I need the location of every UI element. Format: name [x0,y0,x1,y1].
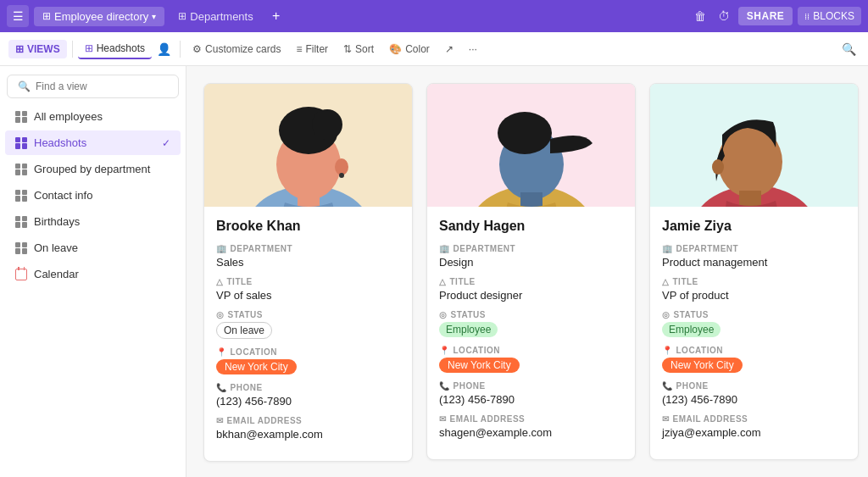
location-icon-3: 📍 [662,346,673,355]
color-button[interactable]: 🎨 Color [382,40,437,58]
field-label-location-sandy: 📍 LOCATION [439,346,623,355]
grid-icon-birthdays [15,216,27,228]
card-body-jamie: Jamie Ziya 🏢 DEPARTMENT Product manageme… [650,207,858,459]
toolbar-divider-1 [72,41,73,58]
field-status-jamie: ◎ STATUS Employee [662,310,846,337]
svg-point-16 [712,159,724,175]
location-label-text: LOCATION [231,347,277,357]
sidebar-item-all-employees[interactable]: All employees [5,104,181,129]
blocks-icon: ⁞⁞ [804,12,810,21]
building-icon: 🏢 [216,244,227,253]
tab-departments[interactable]: ⊞ Departments [170,7,261,26]
sidebar-item-headshots[interactable]: Headshots ✓ [5,130,181,155]
phone-icon-3: 📞 [662,381,673,391]
sidebar-item-contact[interactable]: Contact info [5,183,181,208]
history-button[interactable]: ⏱ [715,8,733,25]
headshots-label: Headshots [97,42,145,54]
field-label-email-sandy: ✉ EMAIL ADDRESS [439,414,623,424]
calendar-icon [15,269,27,280]
customize-icon: ⚙ [192,43,202,55]
card-body-brooke: Brooke Khan 🏢 DEPARTMENT Sales △ TITLE V… [204,207,412,461]
status-icon-2: ◎ [439,310,448,319]
card-name-jamie: Jamie Ziya [662,219,846,234]
email-value-jamie: jziya@example.com [662,426,846,439]
title-icon-3: △ [662,277,670,286]
search-icon: 🔍 [842,42,856,56]
sort-label: Sort [355,43,374,55]
svg-rect-12 [520,192,542,207]
sidebar-search-container[interactable]: 🔍 [7,75,179,98]
headshot-jamie [650,84,858,207]
email-value-sandy: shagen@example.com [439,426,623,439]
search-button[interactable]: 🔍 [838,39,860,59]
svg-point-6 [339,173,344,178]
field-email-sandy: ✉ EMAIL ADDRESS shagen@example.com [439,414,623,439]
field-dept-jamie: 🏢 DEPARTMENT Product management [662,244,846,269]
sort-button[interactable]: ⇅ Sort [337,40,381,58]
field-dept-sandy: 🏢 DEPARTMENT Design [439,244,623,269]
dept-label-text: DEPARTMENT [231,244,293,253]
status-icon: ◎ [216,310,225,319]
sidebar-item-on-leave[interactable]: On leave [5,236,181,260]
location-icon-2: 📍 [439,346,450,355]
card-body-sandy: Sandy Hagen 🏢 DEPARTMENT Design △ TITLE … [427,207,635,459]
headshots-tab[interactable]: ⊞ Headshots [78,39,152,59]
field-title-brooke: △ TITLE VP of sales [216,277,400,302]
phone-label-text: PHONE [231,383,263,392]
dept-value-jamie: Product management [662,256,846,269]
tab-employee-directory[interactable]: ⊞ Employee directory ▾ [34,7,164,26]
sidebar-label-on-leave: On leave [34,241,170,254]
field-location-jamie: 📍 LOCATION New York City [662,346,846,373]
sidebar-label-headshots: Headshots [34,136,155,149]
title-label-text: TITLE [227,277,253,286]
status-badge-sandy: Employee [439,322,498,337]
sort-icon: ⇅ [343,43,352,55]
top-bar-left: ☰ ⊞ Employee directory ▾ ⊞ Departments + [7,5,686,27]
field-label-status-brooke: ◎ STATUS [216,310,400,319]
customize-button[interactable]: ⚙ Customize cards [186,40,287,58]
card-name-brooke: Brooke Khan [216,219,400,234]
dept-label-text-2: DEPARTMENT [453,244,516,253]
location-badge-jamie: New York City [662,358,743,373]
hamburger-button[interactable]: ☰ [7,5,29,27]
dept-value-sandy: Design [439,256,623,269]
email-icon-3: ✉ [662,414,670,424]
status-badge-brooke: On leave [216,322,272,339]
color-label: Color [405,43,430,55]
share-button[interactable]: SHARE [738,7,793,25]
field-label-phone-jamie: 📞 PHONE [662,381,846,391]
share-view-button[interactable]: ↗ [438,40,460,58]
add-tab-icon: + [272,8,280,24]
blocks-label: BLOCKS [813,10,854,22]
field-status-sandy: ◎ STATUS Employee [439,310,623,337]
dept-value-brooke: Sales [216,256,400,269]
views-grid-icon: ⊞ [15,43,24,55]
headshot-sandy [427,84,635,207]
location-badge-sandy: New York City [439,358,520,373]
field-location-brooke: 📍 LOCATION New York City [216,347,400,374]
sidebar-search-input[interactable] [36,80,168,92]
share-view-icon: ↗ [445,43,453,55]
grid-icon-on-leave [15,242,27,254]
sidebar-item-grouped[interactable]: Grouped by department [5,157,181,181]
toolbar-divider-2 [180,41,181,58]
field-label-dept-sandy: 🏢 DEPARTMENT [439,244,623,253]
grid-icon-all-employees [15,111,27,123]
sidebar-item-calendar[interactable]: Calendar [5,262,181,286]
email-value-brooke: bkhan@example.com [216,428,400,441]
trash-button[interactable]: 🗑 [691,8,709,25]
more-options-button[interactable]: ··· [462,40,484,58]
sidebar-item-birthdays[interactable]: Birthdays [5,209,181,234]
top-bar-right: 🗑 ⏱ SHARE ⁞⁞ BLOCKS [691,7,861,25]
add-tab-button[interactable]: + [267,7,286,25]
location-badge-brooke: New York City [216,359,297,374]
svg-rect-17 [739,191,761,207]
field-email-brooke: ✉ EMAIL ADDRESS bkhan@example.com [216,416,400,441]
field-label-title-sandy: △ TITLE [439,277,623,286]
title-icon: △ [216,277,224,286]
people-icon-button[interactable]: 👤 [153,41,175,58]
views-button[interactable]: ⊞ VIEWS [8,40,67,58]
filter-button[interactable]: ≡ Filter [289,40,335,58]
blocks-button[interactable]: ⁞⁞ BLOCKS [798,7,861,25]
field-label-title-brooke: △ TITLE [216,277,400,286]
